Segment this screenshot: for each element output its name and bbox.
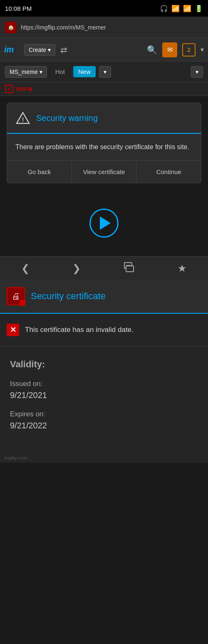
footer-credit: imgflip.com (0, 453, 208, 463)
validity-title: Validity: (10, 359, 198, 370)
status-time: 10:08 PM (5, 5, 32, 12)
tab-new[interactable]: New (73, 66, 96, 77)
nsfw-check-icon: ✓ (7, 86, 12, 92)
bookmark-button[interactable]: ★ (171, 259, 193, 278)
favicon-text: 🏠 (8, 25, 14, 30)
create-label: Create (29, 47, 46, 53)
svg-rect-5 (126, 266, 134, 272)
create-dropdown-icon: ▾ (48, 47, 51, 53)
tabs-button[interactable] (116, 258, 141, 279)
tab-hot[interactable]: Hot (50, 66, 70, 77)
wifi-icon: 📶 (183, 5, 191, 12)
cert-error-x: ✕ (10, 325, 16, 334)
footer-text: imgflip.com (4, 455, 27, 460)
sort-dropdown-icon: ▾ (104, 69, 106, 75)
url-text: https://imgflip.com/m/MS_memer (21, 24, 203, 31)
continue-button[interactable]: Continue (136, 161, 201, 183)
app-logo: im (4, 45, 19, 54)
subreddit-dropdown-icon: ▾ (40, 69, 42, 75)
nav-dropdown-icon[interactable]: ▾ (201, 46, 204, 54)
cert-icon: 🖨 (7, 287, 25, 305)
forward-button[interactable]: ❯ (66, 259, 87, 278)
status-bar: 10:08 PM 🎧 📶 📶 🔋 (0, 0, 208, 17)
back-icon: ❮ (21, 263, 30, 274)
expires-on-value: 9/21/2022 (10, 421, 198, 430)
cert-header: 🖨 Security certificate (0, 280, 208, 314)
issued-on-label: Issued on: (10, 380, 198, 388)
favicon: 🏠 (5, 22, 17, 33)
issued-on-field: Issued on: 9/21/2021 (10, 380, 198, 400)
headphone-icon: 🎧 (160, 5, 168, 12)
warning-buttons: Go back View certificate Continue (7, 160, 201, 183)
shuffle-icon[interactable]: ⇄ (60, 45, 67, 55)
cert-icon-symbol: 🖨 (12, 292, 20, 301)
content-area (0, 190, 208, 256)
cert-error-icon: ✕ (7, 324, 19, 336)
tab-hot-label: Hot (55, 68, 65, 75)
cert-error-row: ✕ This certificate has an invalid date. (0, 314, 208, 347)
nsfw-bar: ✓ NSFW (0, 82, 208, 96)
view-certificate-label: View certificate (83, 168, 125, 175)
battery-icon: 🔋 (195, 5, 203, 12)
expires-on-field: Expires on: 9/21/2022 (10, 410, 198, 430)
search-icon[interactable]: 🔍 (147, 45, 157, 55)
notification-count: 2 (187, 47, 191, 53)
warning-triangle-icon: ! (15, 111, 30, 125)
cert-details: Validity: Issued on: 9/21/2021 Expires o… (0, 347, 208, 453)
cert-section: 🖨 Security certificate ✕ This certificat… (0, 280, 208, 463)
expires-on-label: Expires on: (10, 410, 198, 418)
bookmark-icon: ★ (178, 263, 187, 274)
warning-body: There are problems with the security cer… (7, 134, 201, 160)
tab-new-label: New (78, 68, 91, 75)
cert-error-text: This certificate has an invalid date. (25, 326, 134, 334)
app-nav: im Create ▾ ⇄ 🔍 ✉ 2 ▾ (0, 38, 208, 61)
warning-title: Security warning (36, 113, 98, 123)
nsfw-checkbox[interactable]: ✓ (5, 85, 13, 93)
issued-on-value: 9/21/2021 (10, 391, 198, 400)
bottom-nav: ❮ ❯ ★ (0, 256, 208, 280)
status-icons: 🎧 📶 📶 🔋 (160, 5, 203, 12)
back-button[interactable]: ❮ (15, 259, 36, 278)
subreddit-label: MS_meme (10, 69, 38, 75)
view-dropdown[interactable]: ▾ (191, 66, 203, 78)
play-button[interactable] (89, 209, 119, 238)
tabs-icon (123, 261, 135, 275)
go-back-label: Go back (27, 168, 51, 175)
warning-body-text: There are problems with the security cer… (15, 143, 189, 150)
warning-header: ! Security warning (7, 103, 201, 133)
svg-text:!: ! (22, 116, 24, 123)
cert-title: Security certificate (31, 291, 106, 302)
forward-icon: ❯ (72, 263, 81, 274)
notification-badge[interactable]: 2 (182, 43, 196, 57)
security-warning-dialog: ! Security warning There are problems wi… (7, 103, 201, 183)
play-icon (100, 216, 111, 230)
mail-icon: ✉ (167, 46, 173, 54)
create-button[interactable]: Create ▾ (24, 44, 55, 56)
url-bar[interactable]: 🏠 https://imgflip.com/m/MS_memer (0, 17, 208, 38)
view-dropdown-icon: ▾ (196, 69, 198, 75)
cert-badge (19, 300, 26, 306)
nsfw-label: NSFW (17, 86, 32, 92)
subreddit-selector[interactable]: MS_meme ▾ (5, 66, 47, 78)
go-back-button[interactable]: Go back (7, 161, 72, 183)
continue-label: Continue (156, 168, 181, 175)
sort-dropdown[interactable]: ▾ (99, 66, 111, 78)
view-certificate-button[interactable]: View certificate (72, 161, 137, 183)
filter-bar: MS_meme ▾ Hot New ▾ ▾ (0, 61, 208, 82)
sim-icon: 📶 (171, 5, 180, 12)
mail-button[interactable]: ✉ (162, 42, 177, 57)
